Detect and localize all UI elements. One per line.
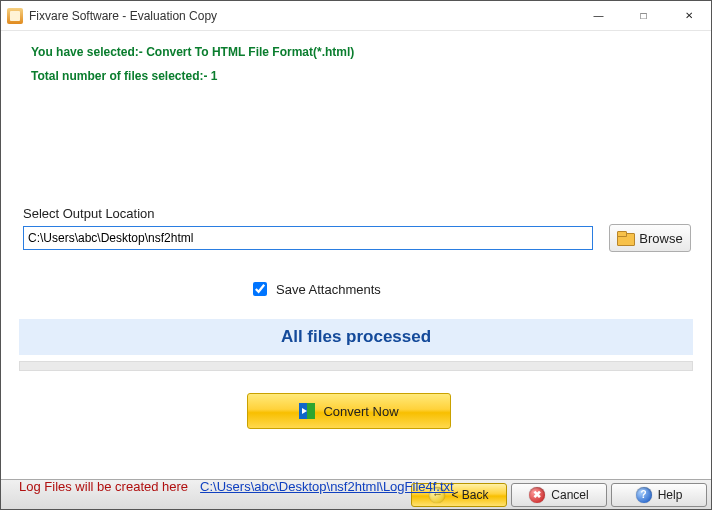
cancel-icon: ✖ xyxy=(529,487,545,503)
window-controls: ― □ ✕ xyxy=(576,1,711,30)
status-banner: All files processed xyxy=(19,319,693,355)
log-label: Log Files will be created here xyxy=(19,479,188,494)
save-attachments-row[interactable]: Save Attachments xyxy=(249,279,381,299)
status-text: All files processed xyxy=(281,327,431,347)
convert-icon xyxy=(299,403,315,419)
log-line: Log Files will be created here C:\Users\… xyxy=(19,479,454,494)
maximize-button[interactable]: □ xyxy=(621,1,666,30)
folder-icon xyxy=(617,231,633,245)
title-bar: Fixvare Software - Evaluation Copy ― □ ✕ xyxy=(1,1,711,31)
convert-now-button[interactable]: Convert Now xyxy=(247,393,451,429)
cancel-button[interactable]: ✖ Cancel xyxy=(511,483,607,507)
help-button[interactable]: ? Help xyxy=(611,483,707,507)
app-icon xyxy=(7,8,23,24)
help-icon: ? xyxy=(636,487,652,503)
save-attachments-checkbox[interactable] xyxy=(253,282,267,296)
selected-format-text: You have selected:- Convert To HTML File… xyxy=(31,45,711,59)
app-window: Fixvare Software - Evaluation Copy ― □ ✕… xyxy=(0,0,712,510)
close-button[interactable]: ✕ xyxy=(666,1,711,30)
minimize-button[interactable]: ― xyxy=(576,1,621,30)
convert-button-label: Convert Now xyxy=(323,404,398,419)
save-attachments-label: Save Attachments xyxy=(276,282,381,297)
browse-button[interactable]: Browse xyxy=(609,224,691,252)
window-title: Fixvare Software - Evaluation Copy xyxy=(29,9,217,23)
help-button-label: Help xyxy=(658,488,683,502)
output-location-label: Select Output Location xyxy=(23,206,155,221)
output-path-input[interactable] xyxy=(23,226,593,250)
progress-bar xyxy=(19,361,693,371)
cancel-button-label: Cancel xyxy=(551,488,588,502)
back-button-label: < Back xyxy=(451,488,488,502)
total-files-text: Total number of files selected:- 1 xyxy=(31,69,711,83)
client-area: You have selected:- Convert To HTML File… xyxy=(1,31,711,479)
browse-button-label: Browse xyxy=(639,231,682,246)
log-file-link[interactable]: C:\Users\abc\Desktop\nsf2html\LogFile4f.… xyxy=(200,479,454,494)
